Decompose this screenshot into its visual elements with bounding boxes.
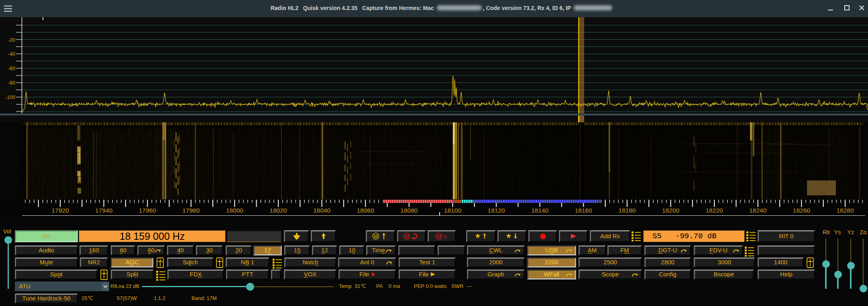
svg-text:17940: 17940 — [95, 207, 112, 214]
svg-text:18200: 18200 — [662, 207, 679, 214]
svg-text:18280: 18280 — [836, 207, 854, 214]
svg-text:x: x — [444, 233, 446, 239]
svg-text:17920: 17920 — [51, 207, 69, 214]
svg-text:18000: 18000 — [226, 207, 243, 214]
svg-text:18100: 18100 — [444, 207, 461, 214]
svg-text:-100: -100 — [5, 95, 15, 100]
svg-text:17960: 17960 — [139, 207, 156, 214]
svg-text:18240: 18240 — [749, 207, 766, 214]
svg-text:M: M — [437, 234, 441, 239]
svg-text:-60: -60 — [8, 66, 15, 71]
svg-text:18180: 18180 — [618, 207, 636, 214]
svg-text:M: M — [405, 234, 409, 239]
svg-text:18040: 18040 — [313, 207, 330, 214]
svg-text:17980: 17980 — [182, 207, 200, 214]
svg-text:-80: -80 — [8, 80, 15, 86]
svg-text:18120: 18120 — [488, 207, 505, 214]
svg-text:18160: 18160 — [575, 207, 592, 214]
svg-text:18080: 18080 — [400, 207, 418, 214]
svg-text:M: M — [374, 234, 378, 239]
svg-text:18140: 18140 — [531, 207, 548, 214]
svg-text:18060: 18060 — [357, 207, 374, 214]
svg-text:18020: 18020 — [270, 207, 287, 214]
svg-text:18220: 18220 — [706, 207, 723, 214]
svg-text:18260: 18260 — [793, 207, 810, 214]
svg-text:-40: -40 — [8, 51, 15, 57]
svg-text:-20: -20 — [8, 37, 15, 43]
